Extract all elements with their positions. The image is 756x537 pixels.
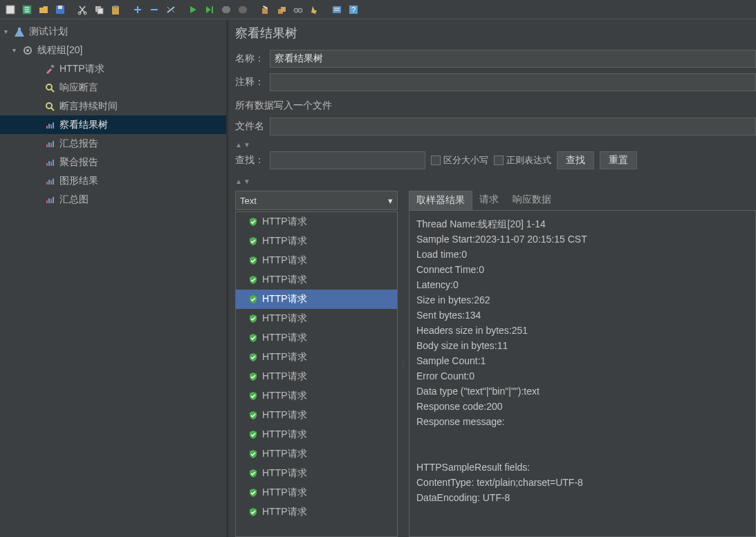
shield-success-icon bbox=[248, 236, 258, 246]
note-input[interactable] bbox=[270, 73, 756, 91]
help-icon[interactable]: ? bbox=[346, 2, 361, 17]
copy-icon[interactable] bbox=[91, 2, 107, 17]
save-icon[interactable] bbox=[53, 2, 68, 17]
sample-item[interactable]: HTTP请求 bbox=[236, 406, 397, 425]
tab-request[interactable]: 请求 bbox=[472, 191, 506, 210]
svg-rect-31 bbox=[53, 141, 54, 147]
chevron-down-icon[interactable]: ▾ bbox=[12, 46, 22, 54]
reset-button[interactable]: 重置 bbox=[600, 151, 637, 169]
stop-all-icon[interactable] bbox=[235, 2, 250, 17]
sample-item[interactable]: HTTP请求 bbox=[236, 483, 397, 502]
tree-item[interactable]: 响应断言 bbox=[0, 78, 226, 97]
sample-item[interactable]: HTTP请求 bbox=[236, 290, 397, 309]
shield-success-icon bbox=[248, 352, 258, 362]
case-sensitive-checkbox[interactable]: 区分大小写 bbox=[431, 154, 488, 167]
sample-item[interactable]: HTTP请求 bbox=[236, 502, 397, 522]
svg-point-22 bbox=[46, 84, 52, 90]
search-binoc-icon[interactable] bbox=[291, 2, 306, 17]
result-line: Response code:200 bbox=[416, 399, 748, 414]
gear-icon bbox=[22, 45, 33, 56]
tree-item[interactable]: HTTP请求 bbox=[0, 59, 226, 78]
result-line: Response message: bbox=[416, 414, 748, 429]
run-icon[interactable] bbox=[185, 2, 201, 17]
tab-sampler-result[interactable]: 取样器结果 bbox=[409, 191, 472, 210]
clear-all-icon[interactable] bbox=[274, 2, 289, 17]
tree-item-label: HTTP请求 bbox=[59, 63, 104, 75]
tree-panel: ▾ 测试计划 ▾ 线程组[20] HTTP请求响应断言断言持续时间察看结果树汇总… bbox=[0, 19, 228, 537]
sample-item[interactable]: HTTP请求 bbox=[236, 386, 397, 406]
tab-response-data[interactable]: 响应数据 bbox=[506, 191, 558, 210]
sample-item[interactable]: HTTP请求 bbox=[236, 309, 397, 328]
section-toggle-icon[interactable]: ▲▼ bbox=[235, 178, 756, 185]
tree-item[interactable]: 汇总图 bbox=[0, 190, 226, 209]
config-panel: 察看结果树 名称： 注释： 所有数据写入一个文件 文件名 ▲▼ 查找： 区分大小… bbox=[228, 19, 756, 537]
shield-success-icon bbox=[248, 507, 258, 517]
run-next-icon[interactable] bbox=[202, 2, 217, 17]
tree-threadgroup-label: 线程组[20] bbox=[37, 44, 82, 57]
toggle-icon[interactable] bbox=[163, 2, 178, 17]
tree-item[interactable]: 察看结果树 bbox=[0, 115, 226, 134]
sample-label: HTTP请求 bbox=[262, 409, 307, 422]
clear-icon[interactable] bbox=[257, 2, 273, 17]
shield-success-icon bbox=[248, 469, 258, 478]
sample-item[interactable]: HTTP请求 bbox=[236, 328, 397, 348]
new-file-icon[interactable] bbox=[3, 2, 18, 17]
result-body[interactable]: Thread Name:线程组[20] 1-14Sample Start:202… bbox=[409, 210, 756, 537]
filename-input[interactable] bbox=[270, 117, 756, 135]
tree-item[interactable]: 聚合报告 bbox=[0, 153, 226, 171]
svg-rect-32 bbox=[46, 163, 48, 166]
sample-item[interactable]: HTTP请求 bbox=[236, 425, 397, 444]
sample-item[interactable]: HTTP请求 bbox=[236, 367, 397, 386]
functions-icon[interactable] bbox=[329, 2, 344, 17]
sample-item[interactable]: HTTP请求 bbox=[236, 348, 397, 367]
template-icon[interactable] bbox=[19, 2, 35, 17]
open-icon[interactable] bbox=[36, 2, 51, 17]
cleanup-icon[interactable] bbox=[307, 2, 322, 17]
tree-item[interactable]: 断言持续时间 bbox=[0, 97, 226, 115]
section-toggle-icon[interactable]: ▲▼ bbox=[235, 141, 756, 149]
cut-icon[interactable] bbox=[75, 2, 90, 17]
tree-thread-group[interactable]: ▾ 线程组[20] bbox=[0, 41, 226, 59]
sample-item[interactable]: HTTP请求 bbox=[236, 212, 397, 232]
sample-item[interactable]: HTTP请求 bbox=[236, 464, 397, 483]
tree-item-label: 汇总报告 bbox=[59, 138, 98, 150]
tree-test-plan[interactable]: ▾ 测试计划 bbox=[0, 22, 226, 41]
tree-item[interactable]: 图形结果 bbox=[0, 171, 226, 190]
sample-item[interactable]: HTTP请求 bbox=[236, 232, 397, 251]
svg-rect-36 bbox=[46, 182, 48, 185]
expand-icon[interactable] bbox=[130, 2, 145, 17]
vertical-splitter[interactable]: ⋮ bbox=[400, 191, 406, 537]
pipette-icon bbox=[44, 64, 55, 75]
name-label: 名称： bbox=[235, 53, 270, 65]
stop-icon[interactable] bbox=[219, 2, 234, 17]
svg-rect-25 bbox=[48, 124, 50, 129]
svg-rect-33 bbox=[48, 161, 50, 166]
svg-point-20 bbox=[26, 49, 29, 52]
tree-item-label: 断言持续时间 bbox=[59, 100, 118, 113]
tree-item[interactable]: 汇总报告 bbox=[0, 134, 226, 153]
shield-success-icon bbox=[248, 314, 258, 323]
sample-item[interactable]: HTTP请求 bbox=[236, 251, 397, 270]
sample-list[interactable]: HTTP请求HTTP请求HTTP请求HTTP请求HTTP请求HTTP请求HTTP… bbox=[235, 211, 398, 537]
svg-point-14 bbox=[294, 8, 298, 12]
name-input[interactable] bbox=[270, 50, 756, 68]
renderer-select[interactable]: Text ▾ bbox=[235, 191, 398, 210]
sample-item[interactable]: HTTP请求 bbox=[236, 444, 397, 464]
note-label: 注释： bbox=[235, 76, 270, 88]
search-input[interactable] bbox=[270, 151, 425, 169]
sample-item[interactable]: HTTP请求 bbox=[236, 270, 397, 290]
search-label: 查找： bbox=[235, 154, 264, 167]
shield-success-icon bbox=[248, 411, 258, 420]
chart-icon bbox=[44, 157, 55, 168]
regex-checkbox[interactable]: 正则表达式 bbox=[494, 154, 551, 167]
svg-rect-3 bbox=[58, 6, 62, 9]
collapse-icon[interactable] bbox=[147, 2, 162, 17]
chart-icon bbox=[44, 120, 55, 131]
sample-label: HTTP请求 bbox=[262, 235, 307, 247]
sample-label: HTTP请求 bbox=[262, 448, 307, 460]
paste-icon[interactable] bbox=[108, 2, 123, 17]
search-button[interactable]: 查找 bbox=[557, 151, 594, 169]
chevron-down-icon[interactable]: ▾ bbox=[4, 28, 14, 35]
svg-rect-40 bbox=[46, 200, 48, 203]
shield-success-icon bbox=[248, 333, 258, 343]
